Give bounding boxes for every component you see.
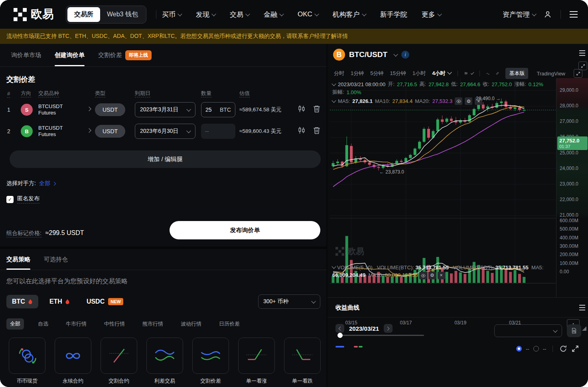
tf-1h[interactable]: 1小时 — [412, 70, 426, 77]
strategy-card-delivery-spread[interactable]: 交割价差 — [192, 338, 229, 385]
nav-item-trade[interactable]: 交易 — [230, 10, 249, 19]
coin-usdc-button[interactable]: USDCNEW — [81, 295, 129, 308]
publish-rfq-button[interactable]: 发布询价单 — [170, 221, 320, 239]
side-buy-badge[interactable]: B — [21, 125, 33, 137]
user-profile-icon[interactable] — [544, 10, 552, 18]
trash-icon[interactable] — [313, 105, 321, 113]
strategy-card-single-call[interactable]: 单一看涨 — [238, 338, 275, 385]
counterparty-all-link[interactable]: 全部 — [39, 180, 50, 187]
quantity-input[interactable]: 25BTC — [201, 102, 235, 117]
tab-rfq-market[interactable]: 询价单市场 — [11, 44, 41, 66]
tf-4h-active[interactable]: 4小时 — [432, 70, 451, 77]
tf-5m[interactable]: 5分钟 — [370, 70, 383, 77]
nav-item-academy[interactable]: 新手学院 — [380, 10, 407, 19]
brand-name: 欧易 — [31, 6, 54, 22]
margin-type-pill[interactable]: USDT — [95, 125, 125, 138]
filter-bear[interactable]: 熊市行情 — [139, 318, 167, 330]
side-sell-badge[interactable]: S — [21, 104, 33, 116]
ohlc-readout: 2023/03/21 08:00:00 开:27,716.5 高:27,942.… — [332, 81, 543, 88]
info-icon[interactable]: i — [401, 51, 409, 59]
okx-logo[interactable]: 欧易 — [14, 6, 54, 22]
toggle-web3-wallet[interactable]: Web3 钱包 — [100, 7, 145, 22]
expiry-select[interactable]: 2023年6月30日 — [135, 124, 195, 139]
coin-btc-button[interactable]: BTC — [6, 295, 38, 308]
nav-item-okc[interactable]: OKC — [298, 10, 318, 18]
next-date-button[interactable] — [384, 324, 393, 333]
coin-eth-button[interactable]: ETH — [44, 295, 75, 308]
candle-chart-icon[interactable] — [298, 105, 306, 113]
file-search-icon[interactable] — [567, 324, 581, 337]
toggle-exchange[interactable]: 交易所 — [67, 7, 100, 22]
anonymous-checkbox[interactable]: ✓ — [6, 196, 14, 203]
chart-view-switch: 基本版 TradingView — [505, 68, 582, 79]
time-slider[interactable] — [337, 335, 424, 336]
coin-dropdown[interactable]: 300+ 币种 — [258, 294, 320, 309]
filter-calendar-spread[interactable]: 日历价差 — [215, 318, 243, 330]
tab-trade-strategies[interactable]: 交易策略 — [6, 249, 30, 270]
candle-chart-icon[interactable] — [298, 126, 306, 134]
strategy-card-carry[interactable]: 利差交易 — [146, 338, 183, 385]
radio-series-1[interactable] — [516, 346, 522, 351]
chevron-down-icon[interactable] — [471, 71, 474, 75]
nav-item-institutional[interactable]: 机构客户 — [333, 10, 366, 19]
tf-1m[interactable]: 1分钟 — [351, 70, 364, 77]
refresh-icon[interactable] — [559, 345, 567, 353]
chevron-down-icon[interactable] — [393, 52, 398, 56]
indicator-line-icon[interactable] — [486, 70, 489, 77]
drawing-tools-icon[interactable] — [496, 70, 499, 77]
gear-icon[interactable]: ⚙ — [428, 272, 436, 279]
tab-optional-positions[interactable]: 可选持仓 — [44, 249, 68, 270]
volume-axis-label: 600.00M — [560, 218, 578, 223]
hamburger-menu-icon[interactable] — [570, 11, 578, 18]
mark-price-value: ≈299.5 USDT — [45, 229, 84, 236]
nav-item-more[interactable]: 更多 — [422, 10, 441, 19]
nav-item-buy[interactable]: 买币 — [162, 10, 182, 19]
radio-series-2[interactable] — [533, 346, 539, 351]
chart-area[interactable]: 27,752.0 01:37 29,000.028,000.027,000.02… — [328, 78, 588, 297]
strategy-card-single-put[interactable]: 单一看跌 — [284, 338, 321, 385]
prev-date-button[interactable] — [335, 324, 344, 333]
pair-title[interactable]: BTC/USDT — [349, 50, 387, 59]
product-name[interactable]: BTCUSDTFutures — [38, 125, 85, 138]
strategy-card-perpetual[interactable]: 永续合约 — [55, 338, 91, 385]
nav-item-finance[interactable]: 金融 — [264, 10, 283, 19]
tab-create-rfq[interactable]: 创建询价单 — [55, 44, 85, 66]
tf-time[interactable]: 分时 — [334, 70, 344, 77]
filter-volatile[interactable]: 波动行情 — [177, 318, 205, 330]
nav-item-assets[interactable]: 资产管理 — [503, 10, 536, 19]
add-edit-leg-button[interactable]: 增加 / 编辑腿 — [10, 150, 321, 168]
fullscreen-chart-icon[interactable] — [574, 69, 582, 78]
nav-item-discover[interactable]: 发现 — [196, 10, 215, 19]
panel-menu-icon[interactable] — [579, 50, 585, 56]
tf-15m[interactable]: 15分钟 — [390, 70, 406, 77]
close-icon[interactable]: × — [438, 272, 445, 279]
expand-icon[interactable] — [571, 345, 579, 353]
income-dropdown[interactable] — [494, 324, 562, 337]
chevron-down-icon — [362, 12, 366, 16]
chevron-down-icon — [279, 12, 284, 16]
filter-neutral[interactable]: 中性行情 — [101, 318, 128, 330]
price-axis-label: 24,000.0 — [560, 166, 578, 171]
section-menu-icon[interactable] — [579, 305, 585, 310]
price-axis[interactable]: 27,752.0 01:37 29,000.028,000.027,000.02… — [556, 78, 588, 297]
slider-thumb[interactable] — [337, 333, 343, 338]
filter-favorites[interactable]: 自选 — [34, 318, 52, 330]
view-basic[interactable]: 基本版 — [505, 68, 528, 79]
quantity-input[interactable]: -- — [201, 124, 235, 139]
eye-icon[interactable] — [419, 272, 427, 279]
product-name[interactable]: BTCUSDTFutures — [38, 103, 85, 116]
strategy-card-spot[interactable]: 币币现货 — [9, 338, 45, 385]
counterparty-label: 选择对手方: — [6, 180, 36, 187]
expiry-select[interactable]: 2023年3月31日 — [135, 102, 195, 117]
chevron-right-icon[interactable] — [87, 128, 91, 132]
view-tradingview[interactable]: TradingView — [533, 69, 569, 79]
tab-delivery-spread[interactable]: 交割价差即将上线 — [98, 44, 152, 66]
filter-bull[interactable]: 牛市行情 — [62, 318, 90, 330]
coin-selector-row: BTC ETH USDCNEW 300+ 币种 — [6, 294, 320, 309]
margin-type-pill[interactable]: USDT — [95, 103, 125, 116]
candle-style-icon[interactable] — [464, 70, 468, 77]
filter-all[interactable]: 全部 — [6, 318, 24, 330]
strategy-card-futures[interactable]: 交割合约 — [101, 338, 137, 385]
trash-icon[interactable] — [313, 126, 321, 134]
chevron-right-icon[interactable] — [87, 107, 91, 111]
